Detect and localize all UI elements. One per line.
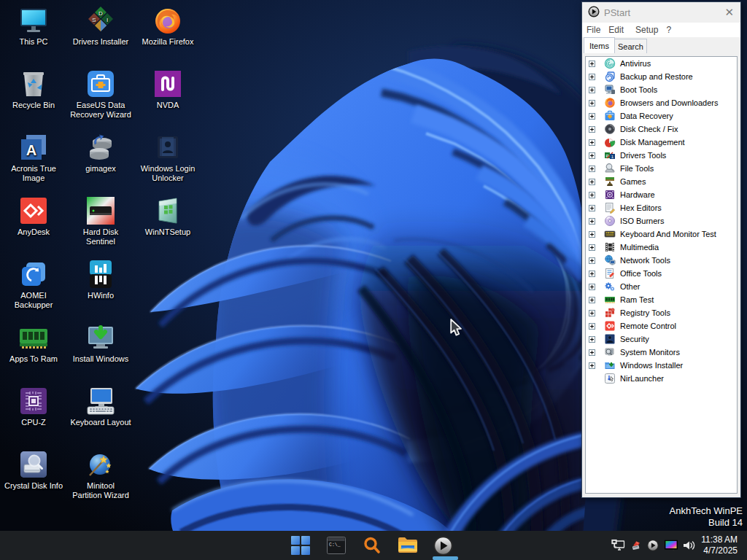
svg-text:A: A <box>26 142 36 158</box>
svg-text:S: S <box>92 17 96 23</box>
svg-text:D: D <box>98 10 103 17</box>
svg-text:I: I <box>107 17 108 23</box>
